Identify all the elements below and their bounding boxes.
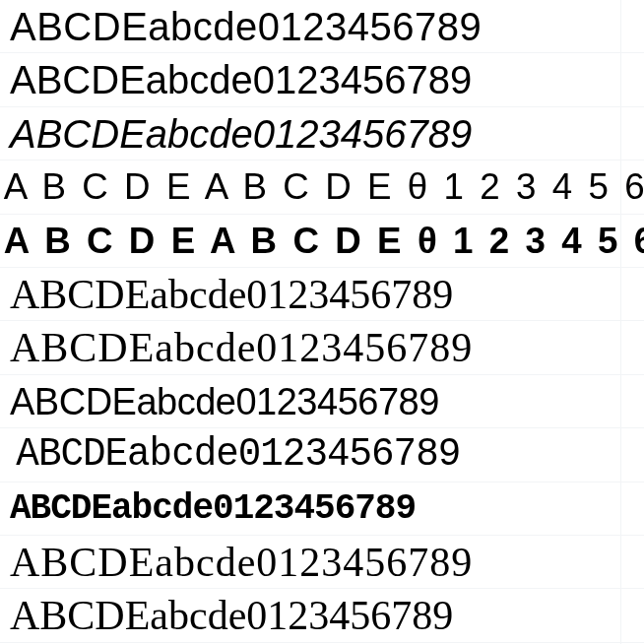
- font-sample-row: ABCDEabcde0123456789: [0, 483, 644, 536]
- font-sample-row: ABCDEabcde0123456789: [7, 428, 638, 482]
- font-sample-row: A B C D E A B C D E θ 1 2 3 4 5 6 7 8 9: [0, 161, 644, 214]
- font-sample-row: ABCDEabcde0123456789: [0, 268, 644, 321]
- font-sample-row: ABCDEabcde0123456789: [0, 53, 644, 106]
- font-sample-row: ABCDEabcde0123456789: [0, 589, 644, 642]
- font-sample-row: ABCDEabcde0123456789: [0, 0, 644, 53]
- font-sample-row: ABCDEabcde0123456789: [0, 375, 644, 428]
- font-sample-row: ABCDEabcde0123456789: [0, 321, 644, 374]
- font-sample-row: A B C D E A B C D E θ 1 2 3 4 5 6 7 8 9: [0, 215, 644, 268]
- font-sample-row: ABCDEabcde0123456789: [0, 107, 644, 161]
- font-sample-sheet: ABCDEabcde0123456789 ABCDEabcde012345678…: [0, 0, 644, 644]
- font-sample-row: ABCDEabcde0123456789: [0, 536, 644, 589]
